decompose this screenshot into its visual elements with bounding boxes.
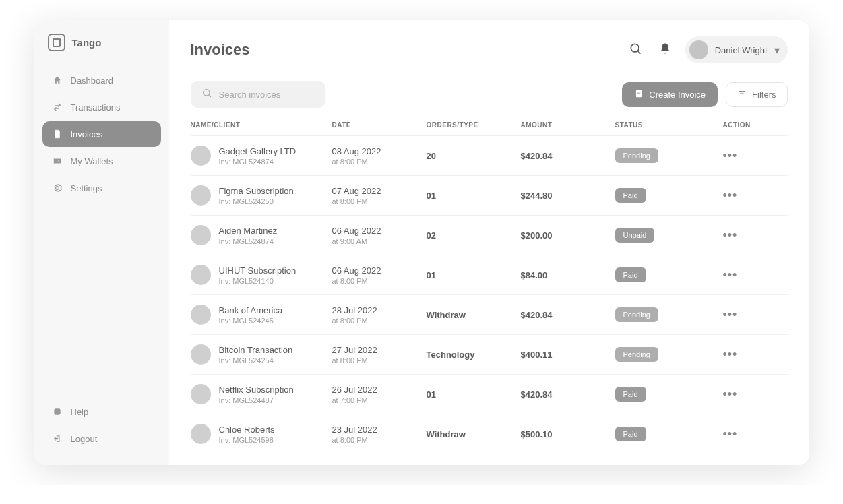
invoice-number: Inv: MGL524874 — [219, 158, 296, 166]
orders-cell: 02 — [427, 230, 521, 241]
sidebar-item-label: Help — [71, 407, 89, 417]
amount-cell: $400.11 — [521, 350, 615, 360]
col-date: DATE — [332, 121, 427, 129]
row-actions-button[interactable]: ••• — [723, 268, 763, 282]
arrows-icon — [52, 102, 63, 113]
row-actions-button[interactable]: ••• — [723, 427, 763, 441]
status-badge: Pending — [615, 148, 658, 163]
client-avatar — [191, 146, 211, 166]
toolbar: Create Invoice Filters — [191, 81, 788, 108]
invoice-number: Inv: MGL524487 — [219, 396, 294, 404]
date-cell: 23 Jul 2022 at 8:00 PM — [332, 424, 427, 444]
invoice-number: Inv: MGL524874 — [219, 237, 278, 245]
orders-cell: 01 — [427, 191, 521, 201]
status-badge: Pending — [615, 347, 658, 362]
table-row[interactable]: Gadget Gallery LTD Inv: MGL524874 08 Aug… — [191, 135, 788, 175]
table-row[interactable]: Bank of America Inv: MGL524245 28 Jul 20… — [191, 294, 788, 334]
status-badge: Pending — [615, 307, 658, 322]
search-icon — [201, 88, 212, 101]
row-actions-button[interactable]: ••• — [723, 189, 763, 203]
status-badge: Unpaid — [615, 228, 655, 243]
table-row[interactable]: Chloe Roberts Inv: MGL524598 23 Jul 2022… — [191, 414, 788, 449]
client-cell: Netflix Subscription Inv: MGL524487 — [191, 384, 332, 404]
client-name: Gadget Gallery LTD — [219, 146, 296, 156]
brand-logo-icon — [48, 34, 65, 51]
sidebar-item-logout[interactable]: Logout — [42, 426, 161, 451]
sidebar-item-settings[interactable]: Settings — [42, 175, 161, 201]
table-row[interactable]: Bitcoin Transaction Inv: MGL524254 27 Ju… — [191, 334, 788, 374]
brand-name: Tango — [72, 37, 102, 49]
search-input[interactable] — [219, 90, 315, 100]
client-name: Bitcoin Transaction — [219, 345, 293, 355]
client-avatar — [191, 305, 211, 325]
row-actions-button[interactable]: ••• — [723, 149, 763, 163]
invoice-date: 27 Jul 2022 — [332, 345, 427, 355]
sidebar-item-help[interactable]: Help — [42, 399, 161, 424]
row-actions-button[interactable]: ••• — [723, 348, 763, 362]
user-menu[interactable]: Daniel Wright ▾ — [685, 36, 788, 63]
logout-icon — [52, 433, 63, 444]
table-row[interactable]: Aiden Martinez Inv: MGL524874 06 Aug 202… — [191, 215, 788, 255]
amount-cell: $84.00 — [521, 270, 615, 280]
home-icon — [52, 75, 63, 86]
invoice-date: 06 Aug 2022 — [332, 265, 427, 276]
amount-cell: $200.00 — [521, 230, 615, 241]
invoice-date: 06 Aug 2022 — [332, 226, 427, 236]
invoice-time: at 8:00 PM — [332, 317, 427, 325]
sidebar-item-invoices[interactable]: Invoices — [42, 121, 161, 147]
row-actions-button[interactable]: ••• — [723, 387, 763, 402]
date-cell: 27 Jul 2022 at 8:00 PM — [332, 345, 427, 365]
orders-cell: 01 — [427, 270, 521, 280]
table-row[interactable]: Netflix Subscription Inv: MGL524487 26 J… — [191, 374, 788, 414]
row-actions-button[interactable]: ••• — [723, 308, 763, 322]
client-avatar — [191, 344, 211, 365]
search-button[interactable] — [626, 40, 645, 59]
amount-cell: $244.80 — [521, 191, 615, 201]
amount-cell: $420.84 — [521, 389, 615, 400]
sidebar-item-transactions[interactable]: Transactions — [42, 94, 161, 120]
sidebar-item-dashboard[interactable]: Dashboard — [42, 67, 161, 93]
table-row[interactable]: Figma Subscription Inv: MGL524250 07 Aug… — [191, 175, 788, 215]
col-name: NAME/CLIENT — [191, 121, 332, 129]
date-cell: 28 Jul 2022 at 8:00 PM — [332, 305, 427, 325]
bell-icon — [659, 42, 671, 57]
row-actions-button[interactable]: ••• — [723, 228, 763, 243]
button-label: Create Invoice — [649, 90, 706, 100]
client-cell: Bitcoin Transaction Inv: MGL524254 — [191, 344, 332, 365]
status-cell: Pending — [615, 347, 723, 362]
status-cell: Paid — [615, 188, 723, 203]
status-cell: Paid — [615, 427, 723, 441]
client-cell: Aiden Martinez Inv: MGL524874 — [191, 225, 332, 245]
svg-point-1 — [631, 44, 639, 52]
date-cell: 08 Aug 2022 at 8:00 PM — [332, 146, 427, 166]
sidebar: Tango Dashboard Transactions Invoices My… — [34, 20, 169, 465]
user-name: Daniel Wright — [715, 45, 768, 55]
client-name: Figma Subscription — [219, 186, 294, 196]
date-cell: 07 Aug 2022 at 8:00 PM — [332, 186, 427, 206]
sidebar-item-wallets[interactable]: My Wallets — [42, 148, 161, 174]
col-action: ACTION — [723, 121, 763, 129]
client-cell: Chloe Roberts Inv: MGL524598 — [191, 424, 332, 444]
chevron-down-icon: ▾ — [774, 44, 780, 57]
orders-cell: 20 — [427, 151, 521, 161]
status-cell: Pending — [615, 307, 723, 322]
client-avatar — [191, 384, 211, 404]
orders-cell: Withdraw — [427, 429, 521, 439]
create-invoice-button[interactable]: Create Invoice — [622, 82, 718, 107]
orders-cell: Withdraw — [427, 310, 521, 320]
client-name: UIHUT Subscription — [219, 265, 296, 276]
invoice-time: at 8:00 PM — [332, 356, 427, 365]
search-box[interactable] — [191, 81, 325, 108]
notifications-button[interactable] — [656, 40, 675, 59]
invoice-number: Inv: MGL524598 — [219, 436, 275, 444]
table-row[interactable]: UIHUT Subscription Inv: MGL524140 06 Aug… — [191, 255, 788, 294]
filters-button[interactable]: Filters — [726, 82, 787, 107]
invoice-number: Inv: MGL524245 — [219, 317, 283, 325]
client-avatar — [191, 424, 211, 444]
client-name: Bank of America — [219, 305, 283, 315]
sidebar-item-label: My Wallets — [71, 156, 113, 166]
status-badge: Paid — [615, 188, 646, 203]
invoice-date: 07 Aug 2022 — [332, 186, 427, 196]
invoice-time: at 8:00 PM — [332, 158, 427, 166]
invoices-table: NAME/CLIENT DATE ORDERS/TYPE AMOUNT STAT… — [191, 121, 788, 449]
